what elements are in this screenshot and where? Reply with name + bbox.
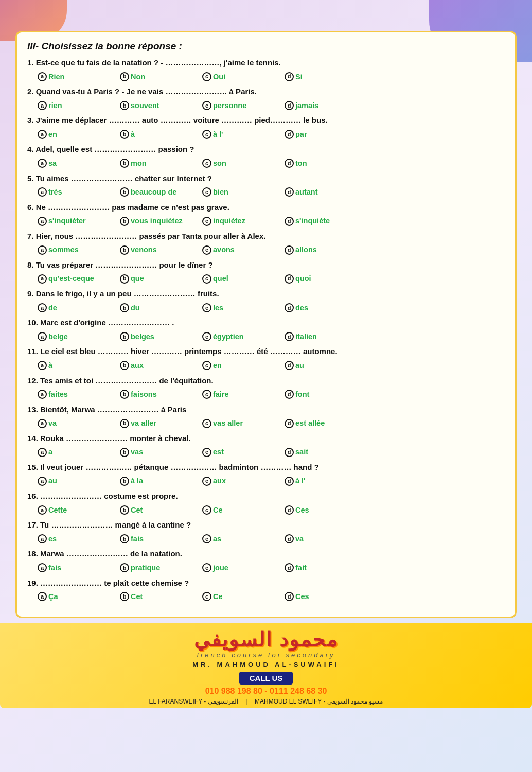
question-block-9: 9. Dans le frigo, il y a un peu ……………………… xyxy=(27,288,505,314)
answer-circle-7-a: a xyxy=(38,245,47,255)
answer-text-3-a: en xyxy=(48,128,57,141)
answer-circle-12-a: a xyxy=(38,390,47,399)
answer-text-6-b: vous inquiétez xyxy=(131,215,183,227)
answer-text-6-a: s'inquiéter xyxy=(48,215,86,227)
answer-text-13-d: est allée xyxy=(295,417,325,430)
answer-14-c: cest xyxy=(202,446,279,459)
answer-5-b: bbeaucoup de xyxy=(120,186,197,199)
answer-9-a: ade xyxy=(38,302,115,314)
question-text-4: 4. Adel, quelle est …………………… passion ? xyxy=(27,144,505,155)
footer-logo-arabic: محمود السويفي xyxy=(10,628,522,651)
answer-circle-4-c: c xyxy=(202,159,211,168)
answer-text-14-d: sait xyxy=(295,446,308,459)
answer-2-c: cpersonne xyxy=(202,99,279,112)
answer-12-b: bfaisons xyxy=(120,388,197,401)
answer-circle-17-c: c xyxy=(202,534,211,543)
answer-16-b: bCet xyxy=(120,504,197,517)
answer-text-16-d: Ces xyxy=(295,504,309,517)
question-block-6: 6. Ne …………………… pas madame ce n'est pas g… xyxy=(27,202,505,227)
answer-circle-4-b: b xyxy=(120,159,129,168)
answer-circle-6-a: a xyxy=(38,217,47,226)
answer-1-b: bNon xyxy=(120,71,197,83)
answer-9-c: cles xyxy=(202,302,279,314)
answer-11-b: baux xyxy=(120,359,197,372)
question-block-10: 10. Marc est d'origine …………………… .abelgeb… xyxy=(27,317,505,343)
question-text-18: 18. Marwa …………………… de la natation. xyxy=(27,548,505,560)
answer-circle-14-d: d xyxy=(285,448,294,457)
answer-circle-10-b: b xyxy=(120,332,129,341)
question-block-7: 7. Hier, nous …………………… passés par Tanta … xyxy=(27,231,505,256)
answer-circle-1-d: d xyxy=(285,72,294,81)
answer-3-c: cà l' xyxy=(202,128,279,141)
question-block-1: 1. Est-ce que tu fais de la natation ? -… xyxy=(27,57,505,83)
answer-1-d: dSi xyxy=(285,71,362,83)
answer-text-13-b: va aller xyxy=(131,417,156,430)
answer-1-a: aRien xyxy=(38,71,115,83)
answer-11-a: aà xyxy=(38,359,115,372)
answer-1-c: cOui xyxy=(202,71,279,83)
answer-text-18-d: fait xyxy=(295,562,307,574)
answer-circle-2-c: c xyxy=(202,101,211,110)
answer-circle-8-b: b xyxy=(120,274,129,284)
answer-circle-5-d: d xyxy=(285,187,294,197)
answer-circle-11-a: a xyxy=(38,361,47,370)
answer-text-1-a: Rien xyxy=(48,71,64,83)
answer-19-c: cCe xyxy=(202,590,279,603)
answers-line-6: as'inquiéterbvous inquiétezcinquiétezds'… xyxy=(38,215,505,227)
answers-line-10: abelgebbelgescégyptienditalien xyxy=(38,330,505,343)
answer-4-a: asa xyxy=(38,157,115,170)
answer-8-c: cquel xyxy=(202,272,279,285)
answer-text-10-a: belge xyxy=(48,330,68,343)
answer-circle-13-b: b xyxy=(120,419,129,428)
answer-8-a: aqu'est-ceque xyxy=(38,272,115,285)
answer-18-d: dfait xyxy=(285,562,362,574)
answer-6-a: as'inquiéter xyxy=(38,215,115,227)
answer-16-a: aCette xyxy=(38,504,115,517)
answer-circle-19-a: a xyxy=(38,592,47,601)
answer-11-d: dau xyxy=(285,359,362,372)
answers-line-14: aabvascestdsait xyxy=(38,446,505,459)
answer-6-d: ds'inquiète xyxy=(285,215,362,227)
question-text-16: 16. …………………… costume est propre. xyxy=(27,490,505,502)
answer-circle-6-d: d xyxy=(285,217,294,226)
answers-line-12: afaitesbfaisonscfairedfont xyxy=(38,388,505,401)
answer-circle-18-a: a xyxy=(38,563,47,572)
answers-line-11: aàbauxcendau xyxy=(38,359,505,372)
answer-text-4-d: ton xyxy=(295,157,307,170)
question-block-16: 16. …………………… costume est propre.aCettebC… xyxy=(27,490,505,516)
question-block-14: 14. Rouka …………………… monter à cheval.aabva… xyxy=(27,433,505,459)
answer-circle-3-b: b xyxy=(120,130,129,139)
answer-text-2-c: personne xyxy=(213,99,246,112)
question-text-19: 19. …………………… te plaît cette chemise ? xyxy=(27,577,505,589)
answer-13-b: bva aller xyxy=(120,417,197,430)
answer-circle-15-b: b xyxy=(120,477,129,486)
answer-text-2-d: jamais xyxy=(295,99,318,112)
answers-line-15: aaubà lacauxdà l' xyxy=(38,475,505,487)
answer-text-17-b: fais xyxy=(131,533,144,546)
answer-text-14-c: est xyxy=(213,446,224,459)
answer-circle-10-c: c xyxy=(202,332,211,341)
answer-text-7-d: allons xyxy=(295,243,317,256)
answer-text-4-b: mon xyxy=(131,157,147,170)
answers-line-2: arienbsouventcpersonnedjamais xyxy=(38,99,505,112)
answer-text-6-c: inquiétez xyxy=(213,215,245,227)
question-block-3: 3. J'aime me déplacer ………… auto ………… voi… xyxy=(27,115,505,141)
question-block-4: 4. Adel, quelle est …………………… passion ?as… xyxy=(27,144,505,169)
answer-2-a: arien xyxy=(38,99,115,112)
answer-text-8-d: quoi xyxy=(295,272,311,285)
answer-18-c: cjoue xyxy=(202,562,279,574)
answer-12-c: cfaire xyxy=(202,388,279,401)
answer-text-3-d: par xyxy=(295,128,307,141)
answer-text-19-b: Cet xyxy=(131,590,143,603)
answers-line-17: aesbfaiscasdva xyxy=(38,533,505,546)
answer-text-1-d: Si xyxy=(295,71,303,83)
answer-circle-19-d: d xyxy=(285,592,294,601)
answer-circle-16-b: b xyxy=(120,505,129,515)
answer-text-11-c: en xyxy=(213,359,222,372)
question-text-12: 12. Tes amis et toi …………………… de l'équita… xyxy=(27,375,505,387)
answer-circle-7-c: c xyxy=(202,245,211,255)
answer-circle-18-c: c xyxy=(202,563,211,572)
answer-5-d: dautant xyxy=(285,186,362,199)
answer-circle-5-b: b xyxy=(120,187,129,197)
answer-text-15-a: au xyxy=(48,475,57,487)
